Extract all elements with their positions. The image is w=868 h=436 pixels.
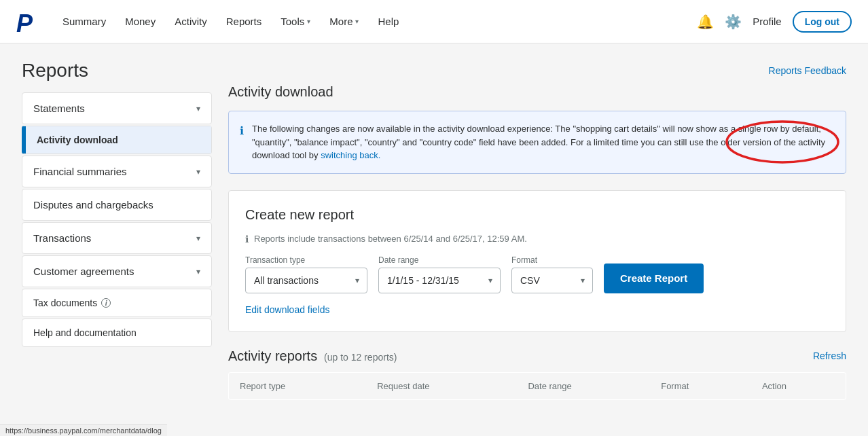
sidebar-transactions-header[interactable]: Transactions ▾ bbox=[22, 223, 211, 253]
create-report-title: Create new report bbox=[245, 207, 829, 223]
activity-reports-header: Activity reports (up to 12 reports) Refr… bbox=[228, 348, 846, 364]
date-range-group: Date range 1/1/15 - 12/31/15 bbox=[378, 255, 501, 293]
logout-button[interactable]: Log out bbox=[793, 11, 852, 33]
main-content: Reports Feedback Activity download ℹ The… bbox=[228, 60, 846, 420]
page-body: Reports Statements ▾ Activity download F… bbox=[0, 43, 868, 436]
sidebar-section-financial[interactable]: Financial summaries ▾ bbox=[22, 156, 212, 187]
sidebar-financial-header[interactable]: Financial summaries ▾ bbox=[22, 156, 211, 187]
statusbar: https://business.paypal.com/merchantdata… bbox=[0, 424, 167, 436]
sidebar-section-transactions[interactable]: Transactions ▾ bbox=[22, 222, 212, 254]
create-report-button[interactable]: Create Report bbox=[604, 264, 704, 293]
customer-chevron-icon: ▾ bbox=[196, 267, 200, 276]
col-report-type: Report type bbox=[229, 372, 367, 399]
date-range-select-wrapper[interactable]: 1/1/15 - 12/31/15 bbox=[378, 268, 501, 293]
statusbar-url: https://business.paypal.com/merchantdata… bbox=[5, 426, 162, 435]
col-action: Action bbox=[751, 372, 846, 399]
main-header: P Summary Money Activity Reports Tools ▾… bbox=[0, 0, 868, 43]
paypal-logo[interactable]: P bbox=[16, 10, 41, 34]
reports-table: Report type Request date Date range Form… bbox=[228, 372, 846, 400]
sidebar-disputes-header[interactable]: Disputes and chargebacks bbox=[22, 189, 211, 220]
nav-activity[interactable]: Activity bbox=[166, 10, 215, 33]
sidebar-section-customer[interactable]: Customer agreements ▾ bbox=[22, 255, 212, 287]
profile-link[interactable]: Profile bbox=[753, 16, 782, 27]
sidebar-tax-documents[interactable]: Tax documents i bbox=[22, 289, 212, 317]
page-header-row: Reports bbox=[22, 60, 212, 81]
col-request-date: Request date bbox=[366, 372, 517, 399]
reports-count: (up to 12 reports) bbox=[324, 352, 397, 363]
report-info-icon: ℹ bbox=[245, 234, 249, 244]
format-select-wrapper[interactable]: CSV bbox=[511, 268, 593, 293]
sidebar-customer-header[interactable]: Customer agreements ▾ bbox=[22, 256, 211, 287]
statements-chevron-icon: ▾ bbox=[196, 104, 200, 113]
nav-help[interactable]: Help bbox=[369, 10, 407, 33]
notifications-icon[interactable]: 🔔 bbox=[697, 14, 714, 30]
refresh-link[interactable]: Refresh bbox=[813, 350, 846, 361]
nav-more[interactable]: More ▾ bbox=[321, 10, 367, 33]
activity-reports-title-row: Activity reports (up to 12 reports) bbox=[228, 348, 397, 364]
nav-tools[interactable]: Tools ▾ bbox=[272, 10, 319, 33]
sidebar-section-disputes[interactable]: Disputes and chargebacks bbox=[22, 189, 212, 221]
sidebar: Reports Statements ▾ Activity download F… bbox=[22, 60, 212, 420]
sidebar-help-doc[interactable]: Help and documentation bbox=[22, 319, 212, 347]
feedback-row: Reports Feedback bbox=[228, 60, 846, 76]
more-dropdown-icon: ▾ bbox=[355, 18, 359, 25]
col-format: Format bbox=[650, 372, 751, 399]
format-group: Format CSV bbox=[511, 255, 593, 293]
page-title: Reports bbox=[22, 60, 88, 81]
transaction-type-select[interactable]: All transactions bbox=[245, 268, 367, 293]
info-banner: ℹ The following changes are now availabl… bbox=[228, 111, 846, 174]
financial-chevron-icon: ▾ bbox=[196, 167, 200, 177]
sidebar-section-statements[interactable]: Statements ▾ bbox=[22, 92, 212, 124]
edit-download-fields-link[interactable]: Edit download fields bbox=[245, 304, 330, 315]
form-row: Transaction type All transactions Date r… bbox=[245, 255, 829, 293]
nav-summary[interactable]: Summary bbox=[54, 10, 114, 33]
transaction-type-label: Transaction type bbox=[245, 255, 367, 265]
transaction-type-group: Transaction type All transactions bbox=[245, 255, 367, 293]
report-info: ℹ Reports include transactions between 6… bbox=[245, 234, 829, 244]
switching-back-link[interactable]: switching back. bbox=[321, 150, 380, 160]
format-select[interactable]: CSV bbox=[511, 268, 593, 293]
transactions-chevron-icon: ▾ bbox=[196, 234, 200, 243]
table-header-row: Report type Request date Date range Form… bbox=[229, 372, 846, 399]
header-right: 🔔 ⚙️ Profile Log out bbox=[697, 11, 852, 33]
date-range-label: Date range bbox=[378, 255, 501, 265]
create-report-box: Create new report ℹ Reports include tran… bbox=[228, 190, 846, 332]
nav-reports[interactable]: Reports bbox=[218, 10, 270, 33]
logo-p-icon: P bbox=[16, 10, 33, 37]
banner-info-icon: ℹ bbox=[240, 123, 244, 162]
sidebar-activity-download[interactable]: Activity download bbox=[24, 126, 211, 153]
main-nav: Summary Money Activity Reports Tools ▾ M… bbox=[54, 10, 697, 33]
nav-money[interactable]: Money bbox=[117, 10, 164, 33]
report-info-text: Reports include transactions between 6/2… bbox=[254, 234, 527, 244]
activity-reports-title: Activity reports bbox=[228, 348, 317, 363]
activity-download-title: Activity download bbox=[228, 84, 846, 100]
col-date-range: Date range bbox=[517, 372, 650, 399]
table-head: Report type Request date Date range Form… bbox=[229, 372, 846, 399]
transaction-type-select-wrapper[interactable]: All transactions bbox=[245, 268, 367, 293]
settings-icon[interactable]: ⚙️ bbox=[725, 14, 742, 30]
tax-info-icon: i bbox=[101, 298, 111, 308]
tools-dropdown-icon: ▾ bbox=[307, 18, 310, 25]
sidebar-section-activity-download[interactable]: Activity download bbox=[22, 126, 212, 154]
sidebar-statements-header[interactable]: Statements ▾ bbox=[22, 93, 211, 124]
format-label: Format bbox=[511, 255, 593, 265]
reports-feedback-link[interactable]: Reports Feedback bbox=[769, 65, 846, 76]
date-range-select[interactable]: 1/1/15 - 12/31/15 bbox=[378, 268, 501, 293]
banner-text: The following changes are now available … bbox=[252, 122, 835, 162]
